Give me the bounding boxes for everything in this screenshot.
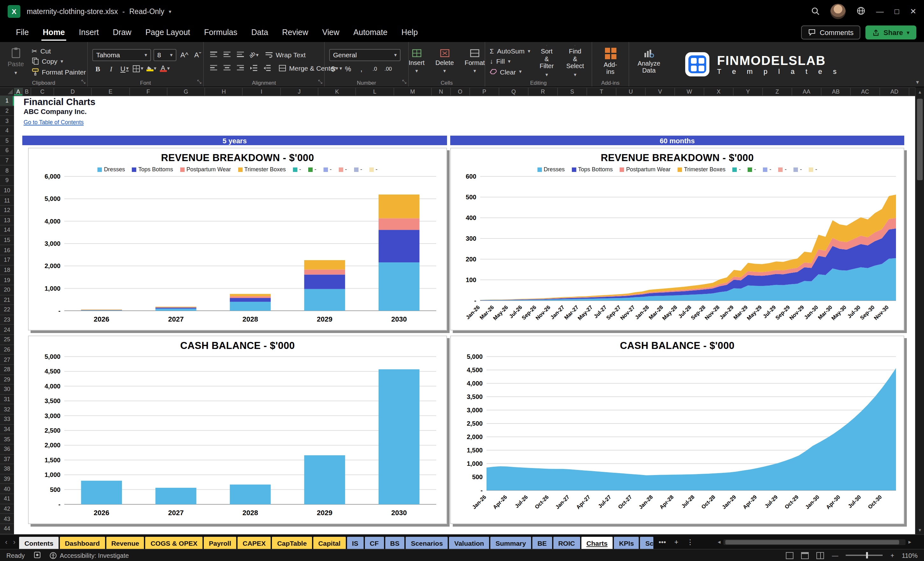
macro-record-icon[interactable] xyxy=(34,551,41,560)
column-header-N[interactable]: N xyxy=(432,88,451,96)
font-dialog-launcher[interactable]: ⤡ xyxy=(197,79,201,86)
column-header-A[interactable]: A xyxy=(14,88,23,96)
autosum-button[interactable]: Σ AutoSum ▾ xyxy=(490,46,530,56)
sheet-nav-right[interactable]: › xyxy=(11,538,17,546)
menu-tab-view[interactable]: View xyxy=(315,23,346,42)
chart-cash-balance-5y[interactable]: CASH BALANCE - $'000 -5001,0001,5002,000… xyxy=(28,336,447,524)
maximize-button[interactable]: □ xyxy=(894,8,899,15)
comments-button[interactable]: Comments xyxy=(801,26,860,39)
row-header-38[interactable]: 38 xyxy=(0,464,14,474)
menu-tab-automate[interactable]: Automate xyxy=(346,23,394,42)
row-header-21[interactable]: 21 xyxy=(0,295,14,305)
accounting-format-button[interactable]: $▾ xyxy=(329,63,340,74)
row-header-35[interactable]: 35 xyxy=(0,435,14,444)
delete-cells-button[interactable]: Delete ▾ xyxy=(432,45,457,78)
hscroll-left-arrow[interactable]: ◂ xyxy=(715,539,723,545)
chevron-down-icon[interactable]: ▾ xyxy=(169,9,171,14)
column-header-P[interactable]: P xyxy=(470,88,499,96)
row-header-44[interactable]: 44 xyxy=(0,524,14,534)
bold-button[interactable]: B xyxy=(92,63,103,74)
cut-button[interactable]: ✂ Cut xyxy=(32,46,86,56)
zoom-level[interactable]: 110% xyxy=(902,552,918,559)
sort-filter-button[interactable]: Sort & Filter ▾ xyxy=(535,45,558,78)
hscroll-track[interactable] xyxy=(723,539,906,545)
globe-icon[interactable] xyxy=(856,6,865,16)
zoom-out-button[interactable]: — xyxy=(832,552,838,559)
chart-cash-balance-60m[interactable]: CASH BALANCE - $'000 -5001,0001,5002,000… xyxy=(450,336,904,524)
font-name-select[interactable]: Tahoma ▾ xyxy=(92,49,151,61)
underline-button[interactable]: U▾ xyxy=(119,63,130,74)
row-header-12[interactable]: 12 xyxy=(0,206,14,216)
row-header-25[interactable]: 25 xyxy=(0,335,14,345)
row-header-16[interactable]: 16 xyxy=(0,246,14,255)
sheet-grid[interactable]: Financial Charts ABC Company Inc. Go to … xyxy=(14,96,915,534)
sheet-tab-cf[interactable]: CF xyxy=(364,537,384,549)
table-of-contents-link[interactable]: Go to Table of Contents xyxy=(24,119,84,126)
row-header-43[interactable]: 43 xyxy=(0,514,14,524)
sheet-tab-summary[interactable]: Summary xyxy=(490,537,531,549)
align-right-button[interactable] xyxy=(235,62,246,74)
column-header-Y[interactable]: Y xyxy=(734,88,763,96)
column-header-C[interactable]: C xyxy=(31,88,54,96)
tab-options-icon[interactable]: ⋮ xyxy=(684,538,697,546)
row-header-33[interactable]: 33 xyxy=(0,414,14,424)
search-icon[interactable] xyxy=(811,7,819,16)
percent-style-button[interactable]: % xyxy=(343,63,353,74)
horizontal-scroll-thumb[interactable] xyxy=(725,540,900,544)
row-header-20[interactable]: 20 xyxy=(0,285,14,295)
column-header-S[interactable]: S xyxy=(558,88,587,96)
accessibility-status[interactable]: Accessibility: Investigate xyxy=(50,552,129,559)
column-header-I[interactable]: I xyxy=(243,88,281,96)
scroll-up-arrow[interactable]: ▴ xyxy=(916,87,924,96)
row-header-36[interactable]: 36 xyxy=(0,444,14,454)
row-header-4[interactable]: 4 xyxy=(0,126,14,136)
chart-revenue-breakdown-5y[interactable]: REVENUE BREAKDOWN - $'000 DressesTops Bo… xyxy=(28,148,447,330)
align-middle-button[interactable] xyxy=(222,49,232,60)
menu-tab-help[interactable]: Help xyxy=(394,23,425,42)
row-header-18[interactable]: 18 xyxy=(0,265,14,275)
sheet-tab-roic[interactable]: ROIC xyxy=(553,537,580,549)
sheet-nav-left[interactable]: ‹ xyxy=(3,538,9,546)
sheet-tab-payroll[interactable]: Payroll xyxy=(204,537,236,549)
column-header-AC[interactable]: AC xyxy=(851,88,880,96)
select-all-corner[interactable] xyxy=(0,87,14,96)
column-header-M[interactable]: M xyxy=(394,88,432,96)
close-button[interactable]: ✕ xyxy=(910,8,916,15)
orientation-button[interactable]: ab▾ xyxy=(248,49,259,60)
page-layout-view-button[interactable] xyxy=(801,552,809,559)
analyze-data-button[interactable]: Analyze Data xyxy=(634,45,664,78)
row-header-29[interactable]: 29 xyxy=(0,375,14,385)
decrease-decimal-button[interactable]: .00 xyxy=(383,63,393,74)
column-header-O[interactable]: O xyxy=(451,88,470,96)
copy-button[interactable]: Copy ▾ xyxy=(32,56,86,67)
font-color-button[interactable]: A ▾ xyxy=(159,63,170,74)
row-header-22[interactable]: 22 xyxy=(0,305,14,315)
row-header-24[interactable]: 24 xyxy=(0,325,14,335)
row-header-7[interactable]: 7 xyxy=(0,156,14,166)
align-top-button[interactable] xyxy=(208,49,219,60)
zoom-slider[interactable] xyxy=(846,555,883,556)
column-header-D[interactable]: D xyxy=(54,88,92,96)
column-header-W[interactable]: W xyxy=(675,88,704,96)
row-header-31[interactable]: 31 xyxy=(0,395,14,405)
number-format-select[interactable]: General ▾ xyxy=(329,49,400,61)
row-header-1[interactable]: 1 xyxy=(0,96,14,106)
sheet-tab-sc[interactable]: Sc xyxy=(640,537,654,549)
row-header-11[interactable]: 11 xyxy=(0,196,14,206)
row-header-27[interactable]: 27 xyxy=(0,355,14,365)
sheet-tab-dashboard[interactable]: Dashboard xyxy=(60,537,105,549)
align-bottom-button[interactable] xyxy=(235,49,246,60)
column-header-X[interactable]: X xyxy=(704,88,734,96)
column-header-G[interactable]: G xyxy=(168,88,206,96)
alignment-dialog-launcher[interactable]: ⤡ xyxy=(318,79,322,86)
sheet-tab-valuation[interactable]: Valuation xyxy=(449,537,489,549)
column-header-F[interactable]: F xyxy=(130,88,168,96)
menu-tab-draw[interactable]: Draw xyxy=(106,23,138,42)
find-select-button[interactable]: Find & Select ▾ xyxy=(563,45,587,78)
hscroll-right-arrow[interactable]: ▸ xyxy=(906,539,914,545)
sheet-tab-capital[interactable]: Capital xyxy=(313,537,345,549)
row-header-39[interactable]: 39 xyxy=(0,474,14,484)
zoom-slider-thumb[interactable] xyxy=(866,552,868,558)
italic-button[interactable]: I xyxy=(106,63,117,74)
sheet-tab-be[interactable]: BE xyxy=(532,537,552,549)
